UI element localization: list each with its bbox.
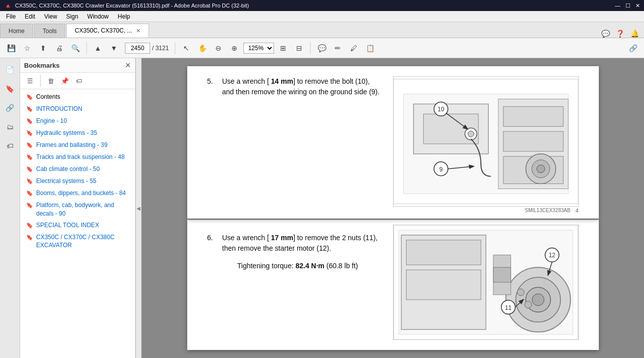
bookmark-flag-icon-5: 🔖: [26, 154, 33, 160]
bookmark-label-electrical: Electrical systems - 55: [36, 177, 96, 186]
sidebar-icons: 📄 🔖 🔗 🗂 🏷: [0, 58, 20, 358]
bookmark-label-tool-index: SPECIAL TOOL INDEX: [36, 221, 99, 230]
upload-button[interactable]: ⬆: [36, 41, 50, 55]
bookmark-item-frames[interactable]: 🔖 Frames and ballasting - 39: [20, 139, 135, 151]
step5-num: 5.: [207, 76, 217, 97]
tab-tools[interactable]: Tools: [34, 24, 65, 38]
tightening-torque: Tightening torque: 82.4 N·m (60.8 lb ft): [237, 262, 383, 270]
tightening-imperial: (60.8 lb ft): [324, 262, 358, 270]
bookmark-item-engine[interactable]: 🔖 Engine - 10: [20, 115, 135, 127]
next-page-button[interactable]: ▼: [107, 41, 121, 55]
bookmark-item-tracks[interactable]: 🔖 Tracks and track suspension - 48: [20, 151, 135, 163]
bookmark-new-button[interactable]: 📌: [59, 75, 71, 87]
bookmark-flag-icon-4: 🔖: [26, 142, 33, 148]
svg-rect-13: [503, 106, 563, 126]
top-image-area: 10 9: [393, 76, 579, 214]
tab-close-icon[interactable]: ✕: [136, 28, 141, 34]
sign-button[interactable]: 🖊: [347, 41, 361, 55]
sidebar-icon-tags[interactable]: 🏷: [3, 138, 18, 153]
svg-point-27: [532, 294, 544, 306]
bookmark-item-cx350c[interactable]: 🔖 CX350C / CX370C / CX380C EXCAVATOR: [20, 232, 135, 252]
chat-icon[interactable]: 💬: [601, 30, 610, 38]
step5-text-area: 5. Use a wrench [ 14 mm] to remove the b…: [207, 76, 383, 214]
cursor-tool-button[interactable]: ↖: [179, 41, 193, 55]
svg-text:10: 10: [437, 106, 444, 113]
svg-rect-37: [493, 267, 510, 282]
bookmark-add-button[interactable]: ☆: [20, 41, 34, 55]
bookmark-label-hydraulic: Hydraulic systems - 35: [36, 129, 97, 137]
bookmark-item-intro[interactable]: 🔖 INTRODUCTION: [20, 103, 135, 115]
step5-size: 14 mm: [271, 77, 293, 85]
bookmark-label-tracks: Tracks and track suspension - 48: [36, 153, 124, 161]
tab-document-label: CX350C, CX370C, ...: [75, 27, 132, 34]
bookmark-tag-button[interactable]: 🏷: [73, 75, 85, 87]
print-button[interactable]: 🖨: [52, 41, 66, 55]
fit-page-button[interactable]: ⊞: [276, 41, 290, 55]
bookmark-label-intro: INTRODUCTION: [36, 105, 82, 113]
menu-file[interactable]: File: [2, 12, 20, 21]
bookmark-expand-button[interactable]: ☰: [24, 75, 36, 87]
bookmarks-title: Bookmarks: [24, 62, 60, 69]
bookmark-item-hydraulic[interactable]: 🔖 Hydraulic systems - 35: [20, 127, 135, 139]
bookmark-item-tool-index[interactable]: 🔖 SPECIAL TOOL INDEX: [20, 220, 135, 232]
menu-bar: File Edit View Sign Window Help: [0, 11, 644, 22]
bookmarks-panel: Bookmarks ✕ ☰ 🗑 📌 🏷 🔖 Contents: [20, 58, 135, 358]
bookmark-item-booms[interactable]: 🔖 Booms, dippers, and buckets - 84: [20, 188, 135, 200]
bookmark-label-engine: Engine - 10: [36, 117, 67, 125]
link-button[interactable]: 🔗: [626, 41, 640, 55]
bookmark-flag-icon-10: 🔖: [26, 222, 33, 229]
page-input[interactable]: [125, 43, 150, 54]
menu-window[interactable]: Window: [83, 12, 113, 21]
svg-text:11: 11: [504, 304, 511, 311]
app-icon: 🔺: [4, 2, 12, 10]
sidebar-icon-layers[interactable]: 🗂: [3, 119, 18, 134]
search-reduce-button[interactable]: 🔍: [68, 41, 82, 55]
sidebar-icon-page[interactable]: 📄: [3, 62, 18, 77]
svg-rect-23: [406, 270, 481, 299]
menu-view[interactable]: View: [40, 12, 61, 21]
prev-page-button[interactable]: ▲: [91, 41, 105, 55]
hand-tool-button[interactable]: ✋: [195, 41, 209, 55]
bookmark-flag-icon-2: 🔖: [26, 118, 33, 124]
notification-icon[interactable]: 🔔: [630, 30, 639, 38]
bookmark-flag-icon-9: 🔖: [26, 202, 33, 209]
save-button[interactable]: 💾: [4, 41, 18, 55]
tab-home-label: Home: [9, 28, 25, 35]
title-bar-controls: — ☐ ✕: [615, 3, 640, 9]
bookmarks-header: Bookmarks ✕: [20, 58, 135, 73]
menu-edit[interactable]: Edit: [21, 12, 39, 21]
bookmark-item-contents[interactable]: 🔖 Contents: [20, 91, 135, 103]
bookmark-label-platform: Platform, cab, bodywork, and decals - 90: [36, 201, 131, 218]
comment-button[interactable]: 💬: [315, 41, 329, 55]
tab-document[interactable]: CX350C, CX370C, ... ✕: [66, 24, 149, 38]
bottom-image-area: 12 11: [393, 225, 579, 340]
zoom-in-button[interactable]: ⊕: [227, 41, 241, 55]
maximize-button[interactable]: ☐: [625, 3, 630, 9]
tab-home[interactable]: Home: [0, 24, 33, 38]
minimize-button[interactable]: —: [615, 3, 620, 9]
sidebar-icon-bookmark[interactable]: 🔖: [3, 81, 18, 96]
bookmark-delete-button[interactable]: 🗑: [45, 75, 57, 87]
bookmark-flag-icon-11: 🔖: [26, 234, 33, 241]
close-button[interactable]: ✕: [635, 3, 640, 9]
image1-page-num: 4: [575, 208, 578, 214]
tab-bar-right: 💬 ❓ 🔔: [596, 30, 644, 38]
technical-image-1: 10 9: [393, 76, 579, 207]
highlight-button[interactable]: ✏: [331, 41, 345, 55]
tightening-value: 82.4 N·m: [296, 262, 325, 270]
bookmark-item-electrical[interactable]: 🔖 Electrical systems - 55: [20, 175, 135, 188]
bookmarks-close-icon[interactable]: ✕: [125, 61, 131, 69]
help-icon[interactable]: ❓: [616, 30, 624, 38]
bookmark-item-platform[interactable]: 🔖 Platform, cab, bodywork, and decals - …: [20, 200, 135, 220]
zoom-selector[interactable]: 125% 100% 75% 150%: [243, 43, 274, 54]
zoom-out-button[interactable]: ⊖: [211, 41, 225, 55]
fit-width-button[interactable]: ⊟: [292, 41, 306, 55]
collapse-handle[interactable]: ◀: [136, 58, 142, 358]
bookmark-item-cab[interactable]: 🔖 Cab climate control - 50: [20, 163, 135, 175]
sidebar-icon-link[interactable]: 🔗: [3, 100, 18, 115]
menu-sign[interactable]: Sign: [62, 12, 82, 21]
svg-point-5: [468, 131, 474, 137]
menu-help[interactable]: Help: [114, 12, 135, 21]
page-navigation: / 3121: [125, 43, 169, 54]
tools-more-button[interactable]: 📋: [363, 41, 377, 55]
